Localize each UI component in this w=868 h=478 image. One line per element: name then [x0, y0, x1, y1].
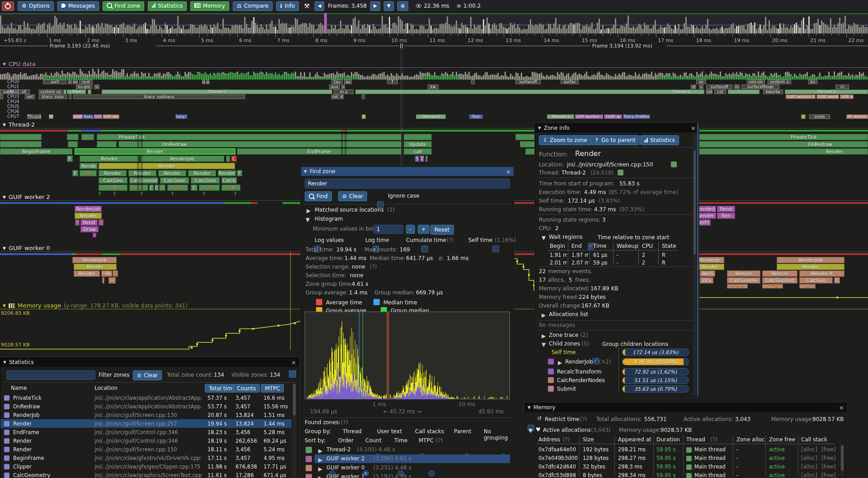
cpu-zone-bar[interactable]: a — [202, 80, 205, 84]
clear-button[interactable]: ⊘Clear — [338, 191, 367, 201]
zone-bar[interactable]: ~22~ — [167, 185, 188, 191]
stats-col-location[interactable]: Location — [94, 385, 118, 391]
cpu-zone-bar[interactable]: Thre — [67, 90, 86, 94]
collapse-icon[interactable]: ▼ — [304, 169, 307, 174]
zone-bar[interactable]: Ren — [717, 213, 735, 219]
memory-col-address[interactable]: Address — [538, 436, 560, 443]
expand-icon[interactable]: ▶ — [307, 208, 311, 214]
zone-bar[interactable]: C — [149, 185, 154, 191]
zone-bar[interactable] — [81, 134, 94, 140]
zone-bar-selected[interactable]: Render — [75, 148, 236, 155]
zone-trace-label[interactable]: Zone trace — [549, 332, 578, 338]
cpu-zone-bar[interactable] — [362, 95, 365, 99]
cpu-zone-bar[interactable] — [69, 95, 71, 99]
zone-bar[interactable]: Rend — [80, 219, 98, 226]
cpu-zone-bar[interactable]: aux — [329, 85, 340, 89]
cpu-zone-bar[interactable]: GUI — [94, 114, 102, 119]
child-zones-label[interactable]: Child zones — [549, 341, 580, 347]
cpu-zone-bar[interactable]: kv.gm — [76, 85, 92, 89]
zone-bar[interactable]: 8 — [159, 185, 165, 191]
collapse-icon[interactable]: ▼ — [3, 123, 6, 127]
stats-sort-total-tim[interactable]: Total tim — [205, 384, 236, 393]
find-button[interactable]: Find — [305, 191, 332, 201]
stats-sort-counts[interactable]: Counts — [233, 384, 260, 393]
cpu-zone-bar[interactable]: Thread-2 — [547, 114, 574, 119]
cpu-zone-bar[interactable]: se — [696, 80, 706, 84]
reset-button[interactable]: Reset — [430, 225, 454, 235]
found-zone-group[interactable]: ▶GUIF worker 0(3,231) 4.48 s — [301, 464, 510, 473]
zone-bar[interactable]: Rende — [80, 163, 98, 169]
child-time-bar[interactable]: 35.63 us (0.79%) — [622, 385, 689, 393]
cpu-zone-bar[interactable]: rot_d — [331, 95, 344, 99]
table-row[interactable]: EndFramejni/../jni/src/guif/Control.cpp:… — [0, 429, 292, 436]
zone-bar[interactable]: call — [404, 148, 432, 155]
table-row[interactable]: 0x7dfc42d64032 bytes298.3 ms59.95 sMain … — [525, 464, 838, 472]
filter-clear-button[interactable]: ⊘ Clear — [133, 370, 162, 380]
collapse-icon[interactable]: ▼ — [3, 360, 6, 364]
cpu-zone-bar[interactable]: syste — [809, 114, 830, 119]
zone-bar[interactable]: Update — [404, 141, 432, 147]
cpu-zone-bar[interactable]: kworke — [763, 90, 783, 94]
child-zone-name[interactable]: Submit — [557, 386, 576, 392]
zone-bar[interactable]: Render — [99, 163, 235, 169]
zone-bar[interactable] — [68, 141, 78, 147]
cpu-data-header[interactable]: ▼CPU data — [0, 61, 868, 68]
memory-col-appeared-at[interactable]: Appeared at — [618, 436, 651, 443]
cpu-zone-bar[interactable]: M — [49, 114, 53, 119]
cpu-zone-bar[interactable] — [728, 90, 760, 94]
expand-icon[interactable]: ▶ — [318, 448, 322, 454]
cpu-zone-bar[interactable]: system_s — [768, 80, 791, 84]
table-row[interactable]: OnRedrawjni/../jni/src/claw/application/… — [0, 403, 292, 411]
memory-col-thread[interactable]: Thread — [686, 436, 705, 443]
table-row[interactable]: RenderJobjni/../jni/src/guif/Screen.cpp:… — [0, 412, 292, 419]
memory-col-zone-alloc[interactable]: Zone alloc — [736, 436, 764, 443]
collapse-icon[interactable]: ▼ — [538, 126, 541, 130]
zone-bar[interactable]: Rend — [717, 206, 735, 212]
findzone-histogram[interactable] — [305, 312, 510, 399]
table-row[interactable]: PrivateTickjni/../jni/src/claw/applicati… — [0, 395, 292, 402]
zone-bar[interactable]: ~26~ — [199, 185, 220, 191]
memory-col-size[interactable]: Size — [583, 436, 594, 443]
cpu-zone-bar[interactable]: Thread-2 — [102, 90, 332, 94]
collapse-icon[interactable]: ▼ — [3, 195, 6, 199]
found-zone-group[interactable]: ▶GUIF worker 2(3,296) 4.61 s — [301, 455, 510, 464]
cpu-zone-bar[interactable]: Trac — [469, 114, 483, 119]
collapse-icon[interactable]: ▼ — [528, 427, 533, 434]
group-children-checkbox[interactable] — [592, 358, 599, 364]
zone-bar[interactable] — [93, 233, 96, 237]
scrollbar[interactable] — [693, 133, 696, 395]
scrollbar[interactable] — [840, 445, 844, 476]
zone-bar[interactable]: C — [191, 185, 198, 191]
search-input[interactable]: Render — [305, 179, 510, 189]
collapse-icon[interactable]: ▼ — [528, 405, 531, 410]
zone-bar[interactable]: RenderJob — [140, 156, 224, 162]
cpu-zone-bar[interactable]: se — [73, 80, 78, 84]
cpu-zone-bar[interactable]: s — [341, 85, 345, 89]
zone-bar[interactable]: ~24~ — [222, 185, 241, 191]
expand-icon[interactable]: ▶ — [318, 466, 322, 472]
histogram-section-label[interactable]: Histogram — [315, 216, 343, 222]
cpu-zone-bar[interactable]: si — [94, 85, 99, 89]
zone-bar[interactable]: OnRedraw — [118, 141, 401, 147]
help-hint[interactable]: (?) — [436, 437, 443, 444]
cpu-zone-bar[interactable]: Tracy Profiler — [623, 114, 650, 119]
cpu-zone-bar[interactable]: kv — [808, 80, 817, 84]
zone-bar[interactable]: Render — [188, 170, 216, 176]
zone-bar[interactable]: CalcGeo — [99, 177, 127, 184]
cpu-zone-bar[interactable]: GUIF worker 0 — [786, 95, 816, 99]
cpu-zone-bar[interactable]: m a — [334, 90, 354, 94]
cpu-zone-bar[interactable]: Thread-2 — [416, 114, 446, 119]
close-icon[interactable]: × — [506, 168, 511, 175]
zone-statistics-button[interactable]: Statistics — [640, 135, 679, 145]
found-zone-group[interactable]: ▶GUIF worker 1(3,192) 4.39 s — [301, 473, 510, 478]
stats-col-name[interactable]: Name — [11, 385, 27, 391]
zone-bar[interactable]: Render — [158, 170, 186, 176]
alloc-callstack-free[interactable]: [free] — [821, 446, 836, 453]
min-bin-input[interactable]: 1 — [373, 225, 403, 234]
cpu-zone-bar[interactable]: l — [801, 114, 806, 119]
zone-location[interactable]: jni/../jni/src/guif/Screen.cpp:150 — [567, 161, 653, 168]
cpu-zone-bar[interactable]: sel — [25, 95, 35, 99]
zone-bar[interactable]: T — [420, 156, 424, 162]
zoom-to-zone-button[interactable]: ⇩Zoom to zone — [539, 135, 591, 145]
cpu-zone-bar[interactable]: a — [206, 80, 209, 84]
